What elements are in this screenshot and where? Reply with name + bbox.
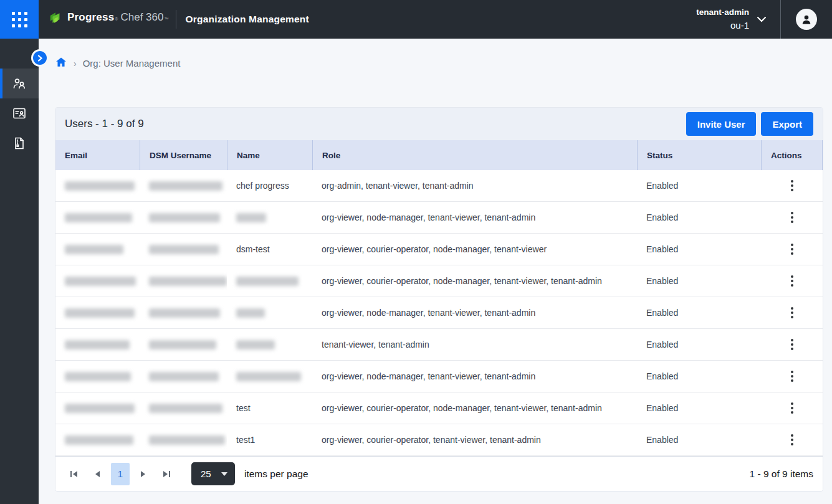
row-actions-menu-button[interactable] — [785, 240, 800, 259]
column-header-email[interactable]: Email — [55, 140, 140, 170]
cell-email — [55, 265, 140, 297]
redacted-username — [149, 372, 219, 381]
items-per-page-label: items per page — [244, 468, 308, 480]
user-name: dsm-test — [236, 244, 270, 254]
cell-actions — [761, 424, 823, 455]
column-header-dsm-username[interactable]: DSM Username — [140, 140, 227, 170]
kebab-menu-icon — [791, 339, 793, 341]
brand-name: Progress — [67, 11, 114, 24]
cell-status: Enabled — [637, 329, 761, 360]
row-actions-menu-button[interactable] — [785, 335, 800, 354]
contact-card-icon — [12, 106, 27, 121]
table-row: tenant-viewer, tenant-admin Enabled — [55, 329, 823, 361]
redacted-email — [65, 181, 135, 191]
redacted-email — [65, 245, 123, 254]
document-icon — [12, 136, 27, 151]
tenant-role-label: tenant-admin — [696, 6, 749, 19]
redacted-name — [236, 340, 275, 349]
table-row: org-viewer, node-manager, tenant-viewer,… — [55, 297, 823, 329]
cell-name: dsm-test — [227, 234, 312, 265]
chevron-down-icon[interactable] — [757, 16, 767, 22]
cell-dsm-username — [140, 424, 227, 455]
redacted-email — [65, 435, 133, 445]
cell-status: Enabled — [637, 297, 761, 328]
sidebar-item-documents[interactable] — [0, 128, 39, 158]
invite-user-button[interactable]: Invite User — [686, 112, 757, 136]
cell-email — [55, 297, 140, 328]
pagination-bar: 1 25 items per page 1 - 9 of 9 items — [55, 456, 823, 491]
last-page-button[interactable] — [157, 464, 176, 485]
brand-reg-mark: ® — [115, 17, 118, 21]
home-icon[interactable] — [55, 56, 67, 70]
column-header-status[interactable]: Status — [637, 140, 761, 170]
cell-email — [55, 170, 140, 201]
sidebar-expand-button[interactable] — [33, 51, 47, 65]
cell-actions — [761, 297, 823, 328]
row-actions-menu-button[interactable] — [785, 303, 800, 322]
redacted-username — [149, 213, 220, 222]
cell-role: org-viewer, courier-operator, node-manag… — [312, 265, 637, 297]
row-actions-menu-button[interactable] — [785, 399, 800, 417]
cell-email — [55, 392, 140, 424]
breadcrumb: › Org: User Management — [39, 39, 832, 70]
redacted-email — [65, 277, 136, 286]
cell-role: org-viewer, courier-operator, node-manag… — [312, 392, 637, 424]
table-row: chef progress org-admin, tenant-viewer, … — [55, 170, 823, 202]
cell-role: org-viewer, courier-operator, tenant-vie… — [312, 424, 637, 455]
cell-dsm-username — [140, 202, 227, 233]
column-header-name[interactable]: Name — [227, 140, 312, 170]
card-title: Users - 1 - 9 of 9 — [65, 118, 144, 130]
row-actions-menu-button[interactable] — [785, 430, 800, 449]
redacted-name — [236, 308, 265, 318]
user-name: test — [236, 403, 251, 413]
redacted-username — [149, 245, 219, 254]
cell-actions — [761, 392, 823, 424]
previous-page-button[interactable] — [88, 464, 107, 485]
kebab-menu-icon — [791, 212, 793, 214]
cell-status: Enabled — [637, 392, 761, 424]
sidebar-item-contact-card[interactable] — [0, 98, 39, 128]
kebab-menu-icon — [791, 434, 793, 437]
column-header-role[interactable]: Role — [312, 140, 637, 170]
progress-logo-icon — [49, 11, 62, 27]
breadcrumb-current-page: Org: User Management — [83, 58, 181, 69]
cell-status: Enabled — [637, 424, 761, 455]
cell-dsm-username — [140, 234, 227, 265]
redacted-username — [149, 340, 216, 349]
tenant-switcher[interactable]: tenant-admin ou-1 — [696, 6, 749, 33]
topbar-divider — [176, 10, 176, 29]
cell-status: Enabled — [637, 234, 761, 265]
user-avatar-button[interactable] — [796, 9, 817, 30]
row-actions-menu-button[interactable] — [785, 208, 800, 227]
sidebar-item-users[interactable] — [0, 69, 39, 98]
sidebar — [0, 39, 39, 504]
cell-actions — [761, 265, 823, 297]
cell-status: Enabled — [637, 361, 761, 392]
cell-role: org-viewer, node-manager, tenant-viewer,… — [312, 297, 637, 328]
redacted-username — [149, 181, 222, 191]
app-launcher-button[interactable] — [0, 0, 39, 39]
cell-name — [227, 361, 312, 392]
cell-status: Enabled — [637, 170, 761, 201]
kebab-menu-icon — [791, 244, 793, 246]
row-actions-menu-button[interactable] — [785, 272, 800, 290]
current-page-button[interactable]: 1 — [111, 463, 130, 485]
redacted-email — [65, 308, 135, 318]
page-size-select[interactable]: 25 — [191, 462, 235, 485]
cell-name: test — [227, 392, 312, 424]
export-button[interactable]: Export — [761, 112, 813, 136]
row-actions-menu-button[interactable] — [785, 176, 800, 195]
cell-role: tenant-viewer, tenant-admin — [312, 329, 637, 360]
first-page-button[interactable] — [65, 464, 84, 485]
redacted-email — [65, 340, 130, 349]
cell-dsm-username — [140, 170, 227, 201]
cell-actions — [761, 202, 823, 233]
table-row: test org-viewer, courier-operator, node-… — [55, 392, 823, 424]
next-page-button[interactable] — [134, 464, 153, 485]
users-icon — [12, 76, 27, 91]
kebab-menu-icon — [791, 402, 793, 405]
row-actions-menu-button[interactable] — [785, 367, 800, 386]
cell-name — [227, 329, 312, 360]
table-row: org-viewer, node-manager, tenant-viewer,… — [55, 361, 823, 392]
cell-role: org-viewer, node-manager, tenant-viewer,… — [312, 202, 637, 233]
